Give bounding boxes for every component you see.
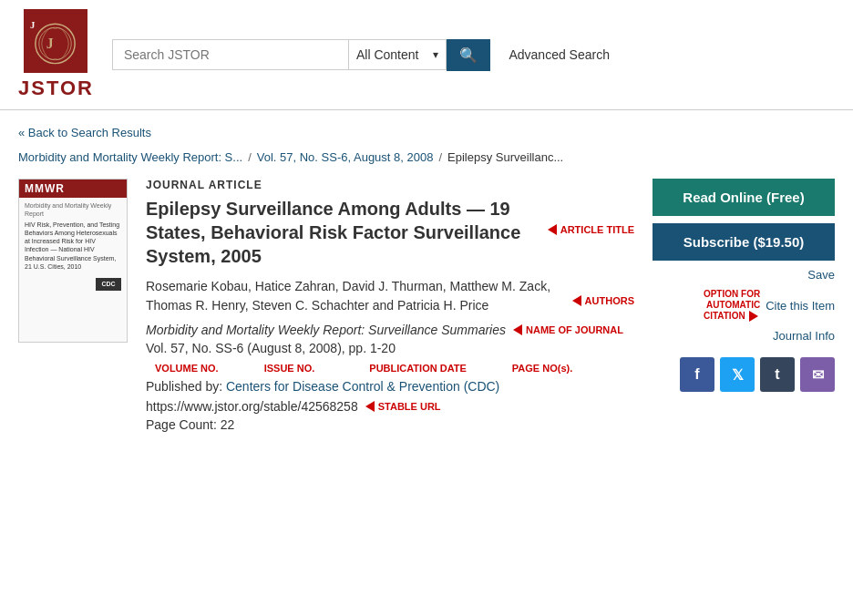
article-type: JOURNAL ARTICLE — [146, 179, 634, 191]
search-area: All Content ▾ 🔍 Advanced Search — [112, 39, 835, 71]
authors-annotation: AUTHORS — [572, 295, 634, 306]
twitter-button[interactable]: 𝕏 — [720, 357, 755, 392]
journal-info-link[interactable]: Journal Info — [773, 329, 835, 343]
back-to-search-link[interactable]: « Back to Search Results — [18, 126, 151, 139]
email-button[interactable]: ✉ — [800, 357, 835, 392]
citation-area: OPTION FOR AUTOMATIC CITATION Cite this … — [653, 289, 835, 343]
arrow-left-icon — [548, 224, 557, 235]
article-title-annotation: ARTICLE TITLE — [548, 224, 634, 235]
thumbnail-header: MMWR — [19, 180, 127, 198]
issue-no-label: ISSUE NO. — [264, 363, 315, 374]
svg-text:J: J — [30, 19, 36, 30]
cite-this-item-link[interactable]: Cite this Item — [766, 299, 835, 313]
search-button[interactable]: 🔍 — [447, 39, 490, 71]
journal-name-label: NAME OF JOURNAL — [526, 324, 623, 335]
chevron-down-icon[interactable]: ▾ — [426, 41, 446, 68]
search-icon: 🔍 — [459, 47, 478, 63]
article-thumbnail: MMWR Morbidity and Mortality Weekly Repo… — [18, 179, 128, 343]
email-icon: ✉ — [812, 366, 824, 384]
search-input[interactable] — [112, 39, 349, 70]
publisher-label: Published by: — [146, 379, 222, 394]
article-authors: Rosemarie Kobau, Hatice Zahran, David J.… — [146, 277, 565, 315]
thumbnail-body: Morbidity and Mortality Weekly Report HI… — [19, 198, 127, 294]
article-area: MMWR Morbidity and Mortality Weekly Repo… — [18, 179, 835, 432]
article-journal: Morbidity and Mortality Weekly Report: S… — [146, 323, 506, 337]
article-details: JOURNAL ARTICLE Epilepsy Surveillance Am… — [146, 179, 634, 432]
arrow-right-citation-icon — [749, 311, 758, 322]
action-sidebar: Read Online (Free) Subscribe ($19.50) Sa… — [653, 179, 835, 432]
stable-url: https://www.jstor.org/stable/42568258 — [146, 399, 358, 414]
jstor-logo-image: J J — [24, 9, 87, 73]
thumbnail-text: HIV Risk, Prevention, and Testing Behavi… — [25, 221, 121, 271]
volume-annotations-row: VOLUME NO. ISSUE NO. PUBLICATION DATE PA… — [146, 363, 634, 374]
logo-area: J J JSTOR — [18, 9, 94, 100]
arrow-left-url-icon — [365, 401, 375, 412]
main-content: « Back to Search Results Morbidity and M… — [0, 110, 853, 447]
breadcrumb-item-1[interactable]: Morbidity and Mortality Weekly Report: S… — [18, 150, 242, 164]
read-online-button[interactable]: Read Online (Free) — [653, 179, 835, 216]
facebook-button[interactable]: f — [680, 357, 714, 392]
breadcrumb-separator-2: / — [438, 150, 442, 164]
pub-date-label: PUBLICATION DATE — [369, 363, 467, 374]
article-title: Epilepsy Surveillance Among Adults — 19 … — [146, 197, 540, 268]
article-publisher: Published by: Centers for Disease Contro… — [146, 379, 634, 394]
journal-annotation: NAME OF JOURNAL — [513, 324, 623, 335]
breadcrumb: Morbidity and Mortality Weekly Report: S… — [18, 150, 835, 164]
authors-label: AUTHORS — [585, 295, 634, 306]
save-link[interactable]: Save — [807, 268, 835, 282]
tumblr-button[interactable]: t — [760, 357, 795, 392]
citation-option-label: OPTION FOR AUTOMATIC CITATION — [704, 289, 760, 322]
breadcrumb-current: Epilepsy Surveillanc... — [447, 150, 563, 164]
article-volume: Vol. 57, No. SS-6 (August 8, 2008), pp. … — [146, 341, 634, 355]
article-title-label: ARTICLE TITLE — [560, 224, 634, 235]
page-nos-label: PAGE NO(s). — [512, 363, 572, 374]
breadcrumb-item-2[interactable]: Vol. 57, No. SS-6, August 8, 2008 — [257, 150, 434, 164]
social-buttons: f 𝕏 t ✉ — [653, 357, 835, 392]
content-filter-label: All Content — [349, 40, 426, 69]
svg-text:J: J — [46, 35, 54, 50]
arrow-left-journal-icon — [513, 324, 522, 335]
content-filter-wrapper: All Content ▾ — [349, 39, 447, 70]
subscribe-button[interactable]: Subscribe ($19.50) — [653, 223, 835, 261]
volume-no-label: VOLUME NO. — [155, 363, 219, 374]
stable-url-annotation: STABLE URL — [365, 401, 441, 412]
jstor-logo-text: JSTOR — [18, 77, 94, 100]
article-page-count: Page Count: 22 — [146, 417, 634, 432]
advanced-search-link[interactable]: Advanced Search — [509, 47, 610, 62]
breadcrumb-separator-1: / — [248, 150, 252, 164]
tumblr-icon: t — [775, 366, 779, 383]
stable-url-label: STABLE URL — [378, 401, 441, 412]
facebook-icon: f — [694, 366, 699, 383]
publisher-link[interactable]: Centers for Disease Control & Prevention… — [226, 379, 499, 394]
header: J J JSTOR All Content ▾ 🔍 Advanced Searc… — [0, 0, 853, 110]
arrow-left-authors-icon — [572, 295, 581, 306]
twitter-icon: 𝕏 — [732, 366, 744, 384]
